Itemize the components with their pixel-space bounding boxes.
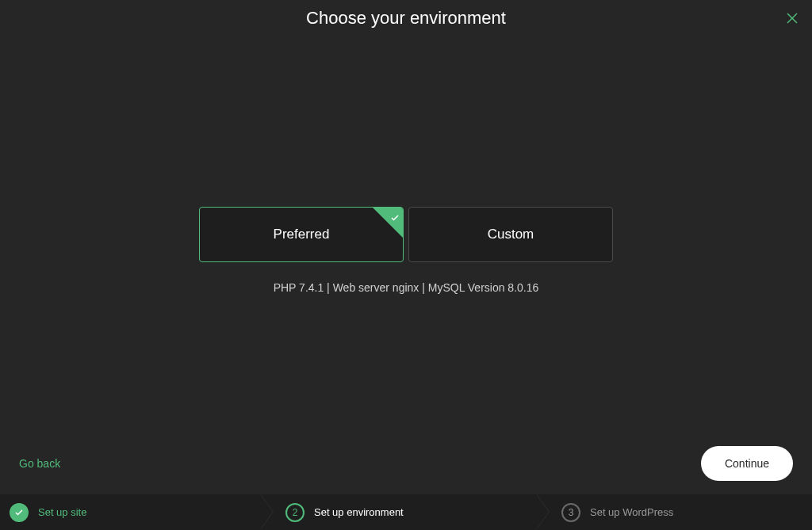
continue-button[interactable]: Continue — [701, 446, 793, 481]
header: Choose your environment — [0, 0, 812, 29]
check-icon — [390, 211, 400, 227]
content-area: Preferred Custom PHP 7.4.1 | Web server … — [0, 207, 812, 294]
step-1: Set up site — [0, 494, 260, 530]
step-2: 2 Set up environment — [260, 494, 536, 530]
check-icon — [14, 508, 24, 517]
stepper: Set up site 2 Set up environment 3 Set u… — [0, 494, 812, 530]
close-button[interactable] — [782, 8, 802, 32]
step-3-label: Set up WordPress — [590, 506, 673, 518]
step-1-circle — [10, 503, 29, 522]
footer-actions: Go back Continue — [0, 446, 812, 481]
option-preferred[interactable]: Preferred — [199, 207, 404, 262]
environment-options: Preferred Custom — [199, 207, 613, 262]
page-title: Choose your environment — [0, 8, 812, 29]
step-3: 3 Set up WordPress — [536, 494, 812, 530]
step-1-label: Set up site — [38, 506, 86, 518]
environment-details: PHP 7.4.1 | Web server nginx | MySQL Ver… — [274, 281, 539, 294]
step-2-label: Set up environment — [314, 506, 404, 518]
step-2-circle: 2 — [285, 503, 304, 522]
option-custom[interactable]: Custom — [408, 207, 613, 262]
option-preferred-label: Preferred — [274, 227, 330, 242]
option-custom-label: Custom — [488, 227, 534, 242]
step-3-circle: 3 — [561, 503, 580, 522]
go-back-button[interactable]: Go back — [19, 457, 60, 470]
close-icon — [785, 11, 799, 25]
